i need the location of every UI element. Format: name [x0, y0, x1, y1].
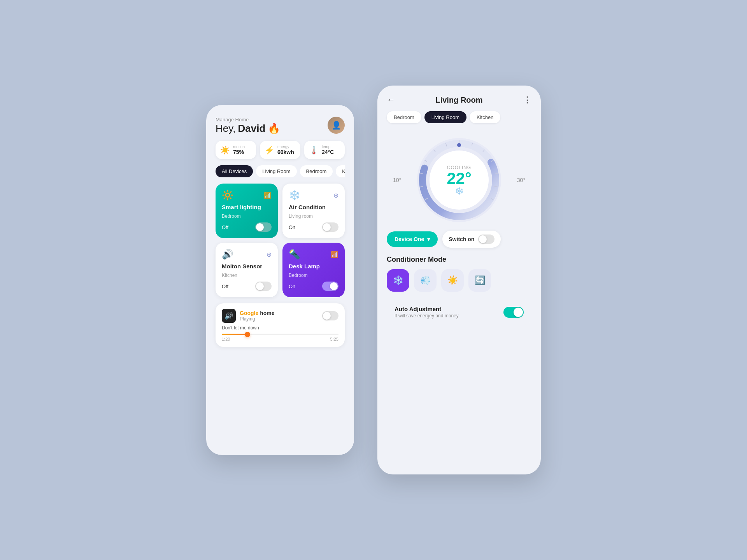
- temp-display: 22°: [447, 170, 472, 187]
- motion-sensor-status: Off: [222, 284, 228, 289]
- progress-times: 1:20 5:25: [222, 337, 338, 341]
- thermostat-container: 20° 10° 30°: [377, 130, 541, 231]
- greeting-title: Hey, David 🔥: [216, 122, 280, 135]
- google-home-toggle[interactable]: [322, 311, 338, 320]
- flame-emoji: 🔥: [268, 122, 280, 135]
- stat-temp: 🌡️ temp 24°C: [304, 141, 345, 159]
- temp-right-label: 30°: [517, 177, 525, 183]
- back-button[interactable]: ←: [387, 95, 395, 105]
- desk-lamp-wifi-icon: 📶: [331, 251, 338, 258]
- more-options-button[interactable]: ⋮: [523, 95, 531, 105]
- auto-adjustment-card: Auto Adjustment It will save energey and…: [387, 299, 531, 325]
- air-condition-status: On: [289, 224, 295, 230]
- manage-label: Manage Home: [216, 117, 280, 122]
- energy-value: 60kwh: [277, 149, 294, 155]
- smart-lighting-name: Smart lighting: [222, 204, 272, 210]
- svg-point-16: [457, 143, 461, 147]
- temp-value: 24°C: [322, 149, 334, 155]
- device-one-label: Device One: [395, 236, 424, 242]
- tab-living-room[interactable]: Living Room: [256, 165, 296, 177]
- energy-icon: ⚡: [265, 145, 274, 155]
- right-phone: ← Living Room ⋮ Bedroom Living Room Kitc…: [377, 86, 541, 474]
- smart-lighting-wifi-icon: 📶: [264, 192, 272, 199]
- motion-icon: ☀️: [220, 145, 230, 155]
- conditioner-mode-title: Conditioner Mode: [377, 256, 541, 269]
- air-condition-icon: ❄️: [289, 190, 300, 201]
- air-condition-room: Living room: [289, 214, 338, 219]
- google-home-icon: 🔊: [222, 309, 236, 323]
- time-total: 5:25: [330, 337, 338, 341]
- greeting-text: Hey,: [216, 122, 236, 135]
- thermostat-dial[interactable]: COOLING 22° ❄️: [416, 137, 502, 223]
- desk-lamp-toggle[interactable]: [322, 282, 338, 291]
- header: Manage Home Hey, David 🔥 👤: [216, 117, 345, 135]
- motion-label: motion: [233, 145, 245, 149]
- stat-energy: ⚡ energy 60kwh: [260, 141, 300, 159]
- motion-sensor-room: Kitchen: [222, 273, 272, 278]
- smart-lighting-toggle-thumb: [256, 223, 264, 231]
- auto-adj-toggle-thumb: [514, 308, 523, 317]
- page-title: Living Room: [435, 96, 482, 105]
- google-home-name: Google home: [240, 310, 274, 316]
- motion-sensor-icon: 🔊: [222, 249, 233, 260]
- motion-sensor-toggle[interactable]: [255, 282, 272, 291]
- temp-label: temp: [322, 145, 334, 149]
- snowflake-icon: ❄️: [447, 187, 472, 195]
- room-tabs: Bedroom Living Room Kitchen: [377, 111, 541, 130]
- device-smart-lighting[interactable]: 🔆 📶 Smart lighting Bedroom Off: [216, 184, 278, 238]
- google-home-card[interactable]: 🔊 Google home Playing Don't let me down …: [216, 303, 345, 347]
- motion-sensor-toggle-thumb: [256, 282, 264, 290]
- tab-all-devices[interactable]: All Devices: [216, 165, 253, 177]
- tab-kitchen[interactable]: K...: [336, 165, 345, 177]
- user-name: David: [238, 122, 266, 135]
- mode-cycle-button[interactable]: 🔄: [468, 269, 491, 292]
- motion-sensor-name: Moiton Sensor: [222, 263, 272, 270]
- switch-on-toggle-thumb: [479, 235, 487, 243]
- smart-lighting-toggle[interactable]: [255, 222, 272, 232]
- smart-lighting-room: Bedroom: [222, 214, 272, 219]
- mode-sun-button[interactable]: ☀️: [441, 269, 464, 292]
- time-current: 1:20: [222, 337, 230, 341]
- greeting-section: Manage Home Hey, David 🔥: [216, 117, 280, 135]
- filter-tabs: All Devices Living Room Bedroom K...: [216, 165, 345, 177]
- mode-wind-button[interactable]: 💨: [414, 269, 437, 292]
- auto-adj-title: Auto Adjustment: [395, 306, 459, 312]
- desk-lamp-icon: 🔦: [289, 249, 300, 260]
- temp-icon: 🌡️: [309, 145, 319, 155]
- google-home-toggle-thumb: [323, 312, 331, 320]
- auto-adj-toggle[interactable]: [503, 307, 524, 318]
- devices-grid: 🔆 📶 Smart lighting Bedroom Off ❄️ ⊕ Air …: [216, 184, 345, 297]
- air-condition-toggle-thumb: [323, 223, 331, 231]
- device-motion-sensor[interactable]: 🔊 ⊕ Moiton Sensor Kitchen Off: [216, 243, 278, 297]
- smart-lighting-status: Off: [222, 224, 228, 230]
- left-phone: Manage Home Hey, David 🔥 👤 ☀️ motion 75%…: [206, 105, 354, 455]
- progress-dot: [245, 332, 250, 337]
- desk-lamp-name: Desk Lamp: [289, 263, 338, 270]
- google-home-track: Don't let me down: [222, 325, 338, 331]
- avatar[interactable]: 👤: [328, 117, 345, 134]
- device-air-condition[interactable]: ❄️ ⊕ Air Condition Living room On: [282, 184, 345, 238]
- tab-bedroom[interactable]: Bedroom: [387, 111, 421, 123]
- desk-lamp-room: Bedroom: [289, 273, 338, 278]
- progress-bar[interactable]: [222, 334, 338, 335]
- air-condition-name: Air Condition: [289, 204, 338, 210]
- motion-sensor-bt-icon: ⊕: [267, 251, 272, 258]
- stat-motion: ☀️ motion 75%: [216, 141, 256, 159]
- tab-bedroom[interactable]: Bedroom: [300, 165, 333, 177]
- chevron-down-icon: ▾: [427, 236, 430, 242]
- auto-adj-desc: It will save energey and money: [395, 313, 459, 318]
- tab-living-room[interactable]: Living Room: [424, 111, 466, 123]
- device-control-row: Device One ▾ Switch on: [377, 231, 541, 256]
- temp-left-label: 10°: [393, 177, 401, 183]
- motion-value: 75%: [233, 149, 245, 155]
- mode-freeze-button[interactable]: ❄️: [387, 269, 409, 292]
- tab-kitchen[interactable]: Kitchen: [470, 111, 500, 123]
- device-desk-lamp[interactable]: 🔦 📶 Desk Lamp Bedroom On: [282, 243, 345, 297]
- right-header: ← Living Room ⋮: [377, 86, 541, 111]
- energy-label: energy: [277, 145, 294, 149]
- air-condition-toggle[interactable]: [322, 222, 338, 232]
- switch-on-toggle[interactable]: [478, 234, 494, 244]
- progress-fill: [222, 334, 247, 335]
- device-select-button[interactable]: Device One ▾: [387, 231, 438, 247]
- desk-lamp-toggle-thumb: [330, 282, 338, 290]
